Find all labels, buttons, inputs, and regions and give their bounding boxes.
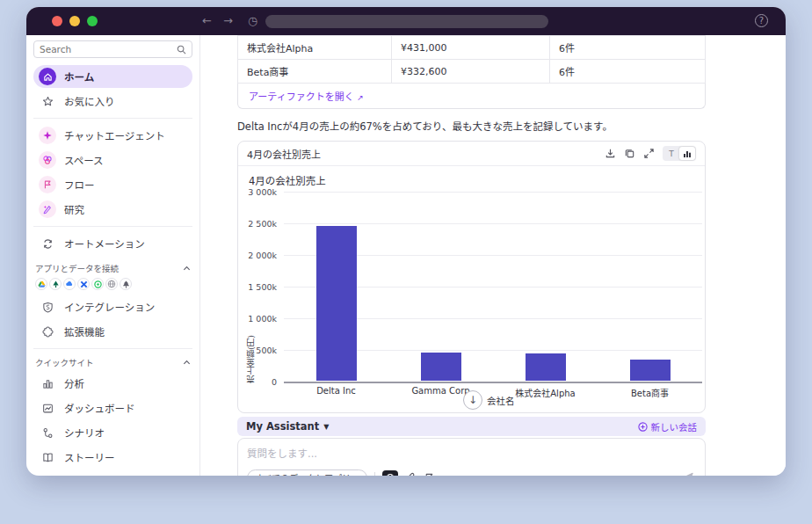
sales-table: 株式会社Alpha ¥431,000 6件 Beta商事 ¥332,600 6件 xyxy=(237,35,706,84)
scroll-down-button[interactable]: ↓ xyxy=(463,390,482,410)
close-window-button[interactable] xyxy=(52,16,62,26)
search-input[interactable] xyxy=(40,44,177,55)
sidebar-item-research[interactable]: 研究 xyxy=(33,198,192,221)
chevron-up-icon[interactable] xyxy=(183,359,191,367)
data-scope-chip[interactable]: すべてのデータとアプリ ▼ xyxy=(247,469,367,476)
sidebar-item-label: インテグレーション xyxy=(64,300,155,314)
expand-icon[interactable] xyxy=(643,148,655,159)
y-axis-tick: 3 000k xyxy=(248,187,277,197)
tree-gray-icon[interactable] xyxy=(120,278,132,290)
chart-view-toggle[interactable] xyxy=(679,147,695,160)
bar-Beta商事[interactable] xyxy=(630,360,671,381)
google-drive-icon[interactable] xyxy=(35,278,47,290)
sidebar-item-scenario[interactable]: シナリオ xyxy=(33,421,192,444)
chevron-up-icon[interactable] xyxy=(183,265,191,273)
cloud-blue-icon[interactable] xyxy=(63,278,76,290)
sidebar-search[interactable] xyxy=(33,40,192,58)
help-icon[interactable]: ? xyxy=(755,14,768,27)
table-row: Beta商事 ¥332,600 6件 xyxy=(238,60,706,84)
sidebar-item-home[interactable]: ホーム xyxy=(33,65,192,88)
integration-icon xyxy=(39,302,56,313)
sidebar-item-extensions[interactable]: 拡張機能 xyxy=(33,320,192,343)
tree-green-icon[interactable] xyxy=(49,278,62,290)
table-row: 株式会社Alpha ¥431,000 6件 xyxy=(238,36,706,60)
table-view-toggle[interactable]: T xyxy=(663,147,679,160)
prompt-flag-icon[interactable] xyxy=(424,472,435,476)
composer-divider xyxy=(374,472,375,477)
globe-gray-icon[interactable] xyxy=(105,278,118,290)
chart-xlabel: 会社名 xyxy=(487,394,515,407)
plot-area xyxy=(284,192,702,382)
y-axis-tick: 500k xyxy=(256,346,277,355)
sidebar-item-label: 研究 xyxy=(64,202,84,216)
sidebar-item-favorites[interactable]: お気に入り xyxy=(33,90,192,113)
bar-chart-icon xyxy=(39,378,56,389)
dashboard-icon xyxy=(39,403,56,414)
sidebar-item-label: レポート xyxy=(64,475,105,476)
download-icon[interactable] xyxy=(605,148,616,159)
browser-titlebar: ← → ◷ ? xyxy=(26,7,786,35)
send-icon[interactable] xyxy=(681,471,694,476)
sidebar-item-label: 拡張機能 xyxy=(64,324,105,338)
sidebar-item-dashboard[interactable]: ダッシュボード xyxy=(33,397,192,419)
composer-placeholder: 質問をします... xyxy=(247,446,317,460)
copy-icon[interactable] xyxy=(624,148,635,159)
browser-window: ← → ◷ ? ホーム お気に入り xyxy=(26,7,786,476)
sidebar-item-integration[interactable]: インテグレーション xyxy=(33,295,192,318)
x-blue-icon[interactable] xyxy=(77,278,90,290)
sidebar-item-analysis[interactable]: 分析 xyxy=(33,372,192,395)
flow-icon xyxy=(39,176,56,193)
minimize-window-button[interactable] xyxy=(69,16,80,26)
bar-株式会社Alpha[interactable] xyxy=(526,353,566,381)
sidebar-item-spaces[interactable]: スペース xyxy=(33,149,192,171)
sidebar-item-label: フロー xyxy=(64,178,95,192)
table-cell: ¥332,600 xyxy=(392,60,550,84)
assistant-selector[interactable]: My Assistant ▼ xyxy=(246,420,329,433)
sidebar-divider xyxy=(33,348,192,349)
sidebar-item-label: チャットエージェント xyxy=(64,128,165,142)
sidebar-item-story[interactable]: ストーリー xyxy=(33,446,192,469)
bar-Delta Inc[interactable] xyxy=(316,226,357,381)
web-search-toggle[interactable] xyxy=(382,470,398,477)
table-footer: アーティファクトを開く ↗ xyxy=(237,84,706,109)
y-axis-tick: 1 000k xyxy=(248,314,277,324)
address-bar[interactable] xyxy=(265,15,548,28)
table-cell: Beta商事 xyxy=(238,60,392,84)
sidebar-item-label: オートメーション xyxy=(64,237,145,251)
bar-Gamma Corp[interactable] xyxy=(421,353,461,381)
home-icon xyxy=(39,68,56,85)
sidebar-item-flow[interactable]: フロー xyxy=(33,173,192,196)
table-cell: 6件 xyxy=(550,36,706,60)
spaces-icon xyxy=(39,151,56,169)
connected-app-icons xyxy=(35,278,192,290)
section-quick-sites[interactable]: クイックサイト xyxy=(35,356,191,368)
badge-green-icon[interactable] xyxy=(91,278,104,290)
history-icon[interactable]: ◷ xyxy=(248,14,257,28)
section-connect-apps[interactable]: アプリとデータを接続 xyxy=(35,262,191,274)
gridline xyxy=(284,223,702,224)
globe-icon xyxy=(385,473,395,477)
attachment-icon[interactable] xyxy=(405,472,417,476)
chevron-down-icon: ▼ xyxy=(323,423,329,431)
new-conversation-button[interactable]: 新しい会話 xyxy=(638,420,698,433)
view-toggle: T xyxy=(663,146,696,161)
sidebar-item-label: スペース xyxy=(64,153,104,167)
maximize-window-button[interactable] xyxy=(87,16,98,26)
chart-view-icon xyxy=(683,149,692,158)
sidebar-item-label: ダッシュボード xyxy=(64,401,135,415)
research-icon xyxy=(39,200,56,218)
composer[interactable]: 質問をします... すべてのデータとアプリ ▼ xyxy=(237,438,706,476)
table-cell: 6件 xyxy=(550,60,706,84)
back-icon[interactable]: ← xyxy=(202,14,212,28)
sidebar-item-chat-agent[interactable]: チャットエージェント xyxy=(33,124,192,147)
open-artifact-link[interactable]: アーティファクトを開く ↗ xyxy=(249,91,364,103)
external-link-icon: ↗ xyxy=(357,93,364,102)
sidebar-item-label: 分析 xyxy=(64,376,84,390)
sidebar-item-automation[interactable]: オートメーション xyxy=(33,232,192,255)
sidebar-item-label: お気に入り xyxy=(64,94,115,108)
gridline xyxy=(284,192,702,193)
insight-text: Delta Incが4月の売上の約67%を占めており、最も大きな売上を記録してい… xyxy=(237,119,706,133)
sidebar-item-report[interactable]: レポート xyxy=(33,470,192,476)
forward-icon[interactable]: → xyxy=(223,14,233,28)
assistant-bar: My Assistant ▼ 新しい会話 xyxy=(237,417,706,436)
